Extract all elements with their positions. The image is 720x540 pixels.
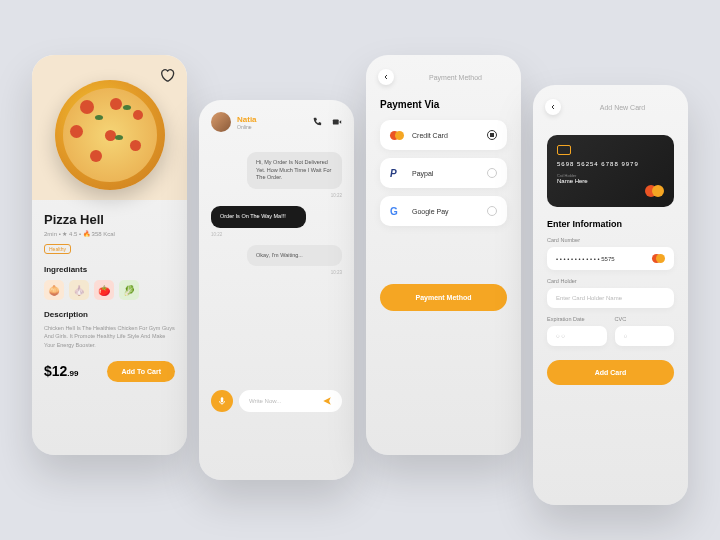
card-preview: 5698 56254 6788 9979 Crd Holder Name Her… (547, 135, 674, 207)
ingredients-list: 🧅 🧄 🍅 🥬 (44, 280, 175, 300)
card-holder-name: Name Here (557, 178, 664, 184)
google-icon: G (390, 206, 404, 216)
price: $12.99 (44, 363, 78, 379)
radio-selected[interactable] (487, 130, 497, 140)
back-button[interactable] (378, 69, 394, 85)
message-incoming: Hi, My Order Is Not Delivered Yet. How M… (247, 152, 342, 189)
add-to-cart-button[interactable]: Add To Cart (107, 361, 175, 382)
back-button[interactable] (545, 99, 561, 115)
header-title: Add New Card (600, 104, 646, 111)
message-incoming: Okay, I'm Waiting... (247, 245, 342, 267)
chat-input-bar: Write Now... (211, 390, 342, 412)
hero (32, 55, 187, 200)
cvc-input[interactable]: ○ (615, 326, 675, 346)
video-icon[interactable] (332, 117, 342, 127)
holder-label: Card Holder (547, 278, 674, 284)
add-card-button[interactable]: Add Card (547, 360, 674, 385)
holder-input[interactable]: Enter Card Holder Name (547, 288, 674, 308)
section-title: Payment Via (380, 99, 507, 110)
chat-screen: Natia Online Hi, My Order Is Not Deliver… (199, 100, 354, 480)
exp-input[interactable]: ○ ○ (547, 326, 607, 346)
description-text: Chicken Hell Is The Healthies Chicken Fo… (44, 324, 175, 349)
svg-rect-0 (333, 120, 339, 125)
call-icon[interactable] (312, 117, 322, 127)
timestamp: 10:22 (211, 232, 342, 237)
form-title: Enter Information (547, 219, 674, 229)
favorite-icon[interactable] (159, 67, 175, 83)
chat-status: Online (237, 124, 257, 130)
message-outgoing: Order Is On The Way Ma!!! (211, 206, 306, 228)
svg-rect-1 (221, 397, 224, 402)
product-meta: 2min • ★ 4.5 • 🔥 358 Kcal (44, 230, 175, 237)
card-chip-icon (557, 145, 571, 155)
product-image (55, 80, 165, 190)
product-detail-screen: Pizza Hell 2min • ★ 4.5 • 🔥 358 Kcal Hea… (32, 55, 187, 455)
payment-option-google-pay[interactable]: G Google Pay (380, 196, 507, 226)
ingredient-onion[interactable]: 🧅 (44, 280, 64, 300)
product-title: Pizza Hell (44, 212, 175, 227)
header-title: Payment Method (429, 74, 482, 81)
payment-option-paypal[interactable]: P Paypal (380, 158, 507, 188)
ingredient-peas[interactable]: 🥬 (119, 280, 139, 300)
radio[interactable] (487, 168, 497, 178)
timestamp: 10:22 (211, 193, 342, 198)
payment-method-screen: Payment Method Payment Via Credit Card P… (366, 55, 521, 455)
timestamp: 10:23 (211, 270, 342, 275)
paypal-icon: P (390, 168, 404, 178)
radio[interactable] (487, 206, 497, 216)
send-icon[interactable] (322, 396, 332, 406)
mic-button[interactable] (211, 390, 233, 412)
chat-name: Natia (237, 115, 257, 124)
payment-option-credit-card[interactable]: Credit Card (380, 120, 507, 150)
avatar[interactable] (211, 112, 231, 132)
mastercard-icon (645, 185, 664, 197)
exp-label: Expiration Date (547, 316, 607, 322)
card-number-preview: 5698 56254 6788 9979 (557, 161, 664, 167)
message-input[interactable]: Write Now... (239, 390, 342, 412)
cvc-label: CVC (615, 316, 675, 322)
cardnum-input[interactable]: • • • • • • • • • • • • 5575 (547, 247, 674, 270)
cardnum-label: Card Number (547, 237, 674, 243)
credit-card-icon (390, 130, 404, 140)
ingredient-tomato[interactable]: 🍅 (94, 280, 114, 300)
description-heading: Description (44, 310, 175, 319)
chat-header: Natia Online (199, 100, 354, 144)
ingredients-heading: Ingrediants (44, 265, 175, 274)
add-card-screen: Add New Card 5698 56254 6788 9979 Crd Ho… (533, 85, 688, 505)
tag-healthy: Healthy (44, 244, 71, 254)
mastercard-icon (652, 254, 665, 263)
payment-method-button[interactable]: Payment Method (380, 284, 507, 311)
ingredient-garlic[interactable]: 🧄 (69, 280, 89, 300)
